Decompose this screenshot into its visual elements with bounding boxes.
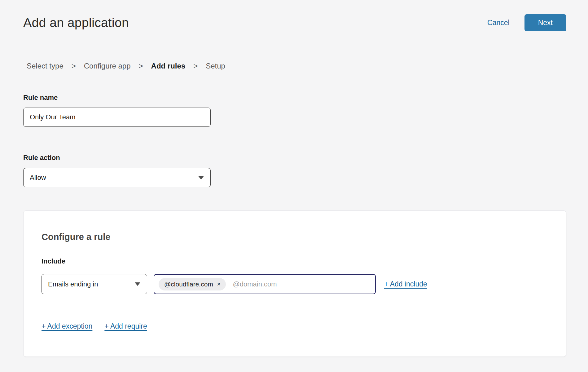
- cancel-button[interactable]: Cancel: [487, 19, 510, 27]
- include-rule-row: Emails ending in @cloudflare.com ✕ + Add…: [42, 274, 548, 294]
- breadcrumb: Select type > Configure app > Add rules …: [23, 61, 566, 71]
- email-domain-input[interactable]: [233, 280, 371, 288]
- chip-remove-icon[interactable]: ✕: [217, 282, 221, 286]
- breadcrumb-step-configure-app[interactable]: Configure app: [84, 61, 131, 71]
- breadcrumb-step-setup[interactable]: Setup: [206, 61, 225, 71]
- chevron-down-icon: [135, 282, 140, 286]
- rule-action-label: Rule action: [23, 154, 566, 162]
- email-domain-chip-text: @cloudflare.com: [164, 281, 213, 288]
- email-domain-chip: @cloudflare.com ✕: [159, 278, 226, 290]
- rule-name-input[interactable]: [23, 108, 211, 127]
- add-exception-link[interactable]: + Add exception: [42, 322, 92, 330]
- page-title: Add an application: [23, 14, 129, 31]
- include-selector-select[interactable]: Emails ending in: [42, 274, 147, 294]
- rule-extra-links: + Add exception + Add require: [42, 322, 548, 330]
- include-label: Include: [42, 257, 548, 265]
- add-include-link[interactable]: + Add include: [384, 280, 427, 288]
- next-button[interactable]: Next: [524, 14, 566, 31]
- rule-card-title: Configure a rule: [42, 231, 548, 242]
- page-header: Add an application Cancel Next: [23, 14, 566, 31]
- include-selector-value: Emails ending in: [48, 280, 98, 288]
- chevron-down-icon: [198, 176, 204, 179]
- breadcrumb-step-add-rules[interactable]: Add rules: [151, 61, 186, 71]
- email-domains-field[interactable]: @cloudflare.com ✕: [154, 274, 376, 294]
- breadcrumb-separator: >: [72, 61, 76, 71]
- add-application-page: Add an application Cancel Next Select ty…: [0, 0, 588, 357]
- rule-name-label: Rule name: [23, 94, 566, 102]
- breadcrumb-separator: >: [139, 61, 143, 71]
- breadcrumb-separator: >: [193, 61, 198, 71]
- header-actions: Cancel Next: [487, 14, 566, 31]
- breadcrumb-step-select-type[interactable]: Select type: [27, 61, 64, 71]
- configure-rule-card: Configure a rule Include Emails ending i…: [23, 210, 566, 357]
- rule-action-select[interactable]: Allow: [23, 168, 211, 187]
- add-require-link[interactable]: + Add require: [104, 322, 147, 330]
- rule-action-selected-value: Allow: [30, 174, 46, 182]
